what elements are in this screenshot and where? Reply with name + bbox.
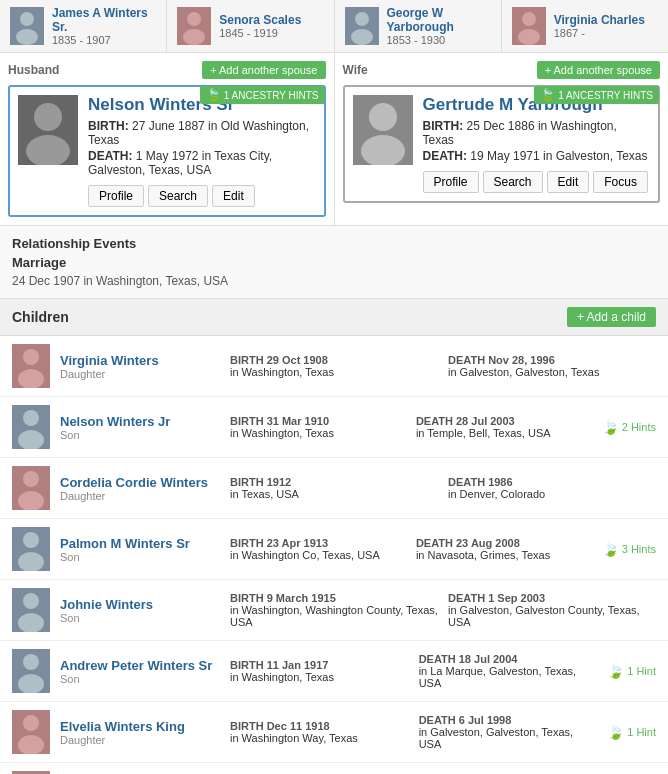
child-name-6[interactable]: Elvelia Winters King — [60, 719, 220, 734]
ancestor-name-3: Virginia Charles — [554, 13, 645, 27]
leaf-icon-1: 🍃 — [602, 419, 619, 435]
ancestor-name-0: James A Winters Sr. — [52, 6, 156, 34]
child-death-place-3: in Navasota, Grimes, Texas — [416, 549, 592, 561]
svg-point-22 — [23, 410, 39, 426]
child-death-label-1: DEATH 28 Jul 2003 — [416, 415, 592, 427]
child-death-6: DEATH 6 Jul 1998 in Galveston, Galveston… — [419, 714, 598, 750]
wife-content: Gertrude M Yarbrough BIRTH: 25 Dec 1886 … — [353, 95, 651, 193]
ancestor-dates-0: 1835 - 1907 — [52, 34, 156, 46]
wife-death: DEATH: 19 May 1971 in Galveston, Texas — [423, 149, 651, 163]
wife-focus-button[interactable]: Focus — [593, 171, 648, 193]
svg-point-31 — [23, 593, 39, 609]
svg-point-2 — [16, 29, 38, 45]
wife-card: 🍃 1 ANCESTRY HINTS Gertrude M Yarbrough … — [343, 85, 661, 203]
wife-death-label: DEATH: — [423, 149, 467, 163]
child-death-place-4: in Galveston, Galveston County, Texas, U… — [448, 604, 656, 628]
child-photo-6 — [12, 710, 50, 754]
child-row-0: Virginia Winters Daughter BIRTH 29 Oct 1… — [0, 336, 668, 397]
husband-info: Nelson Winters Sr BIRTH: 27 June 1887 in… — [88, 95, 316, 207]
child-row-7: Willie Lee Winters Daughter BIRTH Oct 26… — [0, 763, 668, 774]
child-photo-4 — [12, 588, 50, 632]
ancestor-name-2: George W Yarborough — [387, 6, 491, 34]
ancestor-info-3: Virginia Charles 1867 - — [554, 13, 645, 39]
relationship-events-section: Relationship Events Marriage 24 Dec 1907… — [0, 226, 668, 299]
child-name-3[interactable]: Palmon M Winters Sr — [60, 536, 220, 551]
children-list: Virginia Winters Daughter BIRTH 29 Oct 1… — [0, 336, 668, 774]
ancestor-photo-0 — [10, 7, 44, 45]
child-row-2: Cordelia Cordie Winters Daughter BIRTH 1… — [0, 458, 668, 519]
svg-point-5 — [183, 29, 205, 45]
husband-search-button[interactable]: Search — [148, 185, 208, 207]
wife-death-value: 19 May 1971 in Galveston, Texas — [470, 149, 647, 163]
child-name-rel-3: Palmon M Winters Sr Son — [60, 536, 220, 563]
child-hints-1[interactable]: 🍃 2 Hints — [602, 419, 656, 435]
child-death-place-6: in Galveston, Galveston, Texas, USA — [419, 726, 598, 750]
husband-actions: Profile Search Edit — [88, 185, 316, 207]
couple-section: Husband + Add another spouse 🍃 1 ANCESTR… — [0, 53, 668, 226]
ancestor-photo-1 — [177, 7, 211, 45]
child-birth-4: BIRTH 9 March 1915 in Washington, Washin… — [230, 592, 438, 628]
child-death-label-2: DEATH 1986 — [448, 476, 656, 488]
ancestor-item-3[interactable]: Virginia Charles 1867 - — [502, 0, 668, 52]
child-birth-label-6: BIRTH Dec 11 1918 — [230, 720, 409, 732]
wife-hint-leaf-icon: 🍃 — [540, 88, 555, 102]
add-wife-spouse-button[interactable]: + Add another spouse — [537, 61, 660, 79]
child-relation-3: Son — [60, 551, 220, 563]
wife-search-button[interactable]: Search — [483, 171, 543, 193]
child-relation-1: Son — [60, 429, 220, 441]
child-name-4[interactable]: Johnie Winters — [60, 597, 220, 612]
wife-col: Wife + Add another spouse 🍃 1 ANCESTRY H… — [335, 53, 669, 225]
child-hints-5[interactable]: 🍃 1 Hint — [607, 663, 656, 679]
child-photo-5 — [12, 649, 50, 693]
wife-profile-button[interactable]: Profile — [423, 171, 479, 193]
ancestor-item-0[interactable]: James A Winters Sr. 1835 - 1907 — [0, 0, 167, 52]
wife-hint-badge[interactable]: 🍃 1 ANCESTRY HINTS — [534, 86, 659, 104]
add-husband-spouse-button[interactable]: + Add another spouse — [202, 61, 325, 79]
child-row-6: Elvelia Winters King Daughter BIRTH Dec … — [0, 702, 668, 763]
ancestor-info-0: James A Winters Sr. 1835 - 1907 — [52, 6, 156, 46]
child-hints-3[interactable]: 🍃 3 Hints — [602, 541, 656, 557]
add-child-button[interactable]: + Add a child — [567, 307, 656, 327]
husband-label: Husband — [8, 63, 59, 77]
wife-actions: Profile Search Edit Focus — [423, 171, 651, 193]
ancestors-bar: James A Winters Sr. 1835 - 1907 Senora S… — [0, 0, 668, 53]
child-hints-6[interactable]: 🍃 1 Hint — [607, 724, 656, 740]
child-row-5: Andrew Peter Winters Sr Son BIRTH 11 Jan… — [0, 641, 668, 702]
child-birth-label-3: BIRTH 23 Apr 1913 — [230, 537, 406, 549]
child-name-2[interactable]: Cordelia Cordie Winters — [60, 475, 220, 490]
svg-point-37 — [23, 715, 39, 731]
child-photo-3 — [12, 527, 50, 571]
child-name-0[interactable]: Virginia Winters — [60, 353, 220, 368]
husband-hint-badge[interactable]: 🍃 1 ANCESTRY HINTS — [200, 86, 325, 104]
child-name-rel-4: Johnie Winters Son — [60, 597, 220, 624]
ancestor-name-1: Senora Scales — [219, 13, 301, 27]
child-birth-label-2: BIRTH 1912 — [230, 476, 438, 488]
svg-point-10 — [522, 12, 536, 26]
child-row-4: Johnie Winters Son BIRTH 9 March 1915 in… — [0, 580, 668, 641]
husband-card: 🍃 1 ANCESTRY HINTS Nelson Winters Sr BIR… — [8, 85, 326, 217]
child-birth-5: BIRTH 11 Jan 1917 in Washington, Texas — [230, 659, 409, 683]
ancestor-item-1[interactable]: Senora Scales 1845 - 1919 — [167, 0, 334, 52]
child-birth-place-1: in Washington, Texas — [230, 427, 406, 439]
child-death-0: DEATH Nov 28, 1996 in Galveston, Galvest… — [448, 354, 656, 378]
child-birth-2: BIRTH 1912 in Texas, USA — [230, 476, 438, 500]
svg-point-13 — [34, 103, 62, 131]
child-death-label-6: DEATH 6 Jul 1998 — [419, 714, 598, 726]
child-birth-place-6: in Washington Way, Texas — [230, 732, 409, 744]
ancestor-item-2[interactable]: George W Yarborough 1853 - 1930 — [335, 0, 502, 52]
marriage-event-detail: 24 Dec 1907 in Washington, Texas, USA — [12, 274, 656, 288]
child-name-5[interactable]: Andrew Peter Winters Sr — [60, 658, 220, 673]
svg-point-28 — [23, 532, 39, 548]
child-death-label-0: DEATH Nov 28, 1996 — [448, 354, 656, 366]
husband-profile-button[interactable]: Profile — [88, 185, 144, 207]
husband-col: Husband + Add another spouse 🍃 1 ANCESTR… — [0, 53, 335, 225]
child-birth-6: BIRTH Dec 11 1918 in Washington Way, Tex… — [230, 720, 409, 744]
svg-point-19 — [23, 349, 39, 365]
husband-edit-button[interactable]: Edit — [212, 185, 255, 207]
child-birth-place-0: in Washington, Texas — [230, 366, 438, 378]
leaf-icon-5: 🍃 — [607, 663, 624, 679]
child-relation-0: Daughter — [60, 368, 220, 380]
wife-edit-button[interactable]: Edit — [547, 171, 590, 193]
child-name-1[interactable]: Nelson Winters Jr — [60, 414, 220, 429]
husband-content: Nelson Winters Sr BIRTH: 27 June 1887 in… — [18, 95, 316, 207]
